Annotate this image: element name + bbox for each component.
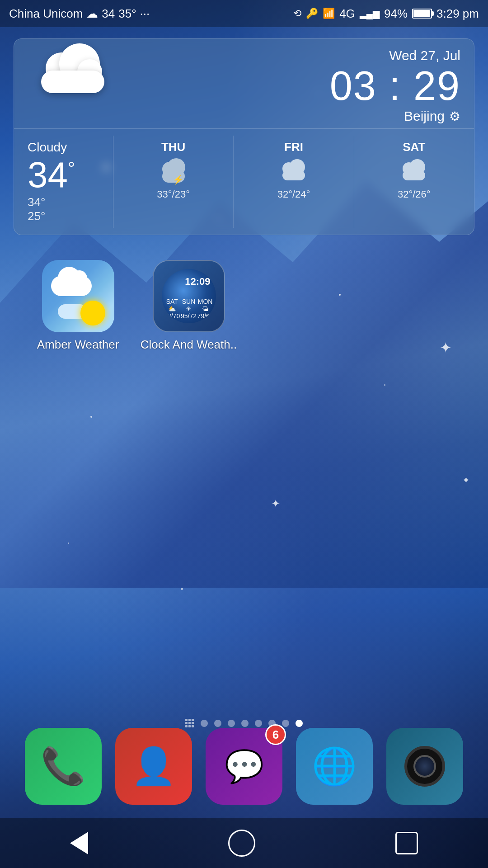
today-low: 25°: [28, 209, 99, 223]
thu-label: THU: [161, 140, 185, 154]
browser-icon: 🌐: [312, 745, 357, 788]
contacts-icon: 👤: [131, 745, 176, 788]
carrier-name: China Unicom: [9, 7, 83, 21]
back-button[interactable]: [52, 825, 106, 861]
amber-sun: [80, 301, 105, 326]
forecast-days: THU ⚡ 33°/23° FRI: [113, 136, 474, 228]
today-temp-value: 34: [28, 155, 68, 195]
widget-datetime: Wed 27, Jul 03 : 29 Beijing ⚙: [330, 48, 460, 124]
app-item-clock-weather[interactable]: 12:09 SAT⛅88/70 SUN☀95/72 MON🌤79/68 Cloc…: [138, 260, 239, 352]
dock-item-messages[interactable]: 💬 6: [206, 728, 282, 805]
messages-badge: 6: [265, 724, 286, 745]
status-bar: China Unicom ☁ 34 35° ··· ⟲ 🔑 📶 4G ▂▄▆ 9…: [0, 0, 488, 27]
widget-top: Wed 27, Jul 03 : 29 Beijing ⚙: [14, 39, 474, 128]
camera-app-icon[interactable]: [386, 728, 463, 805]
widget-city: Beijing ⚙: [330, 108, 460, 124]
dock-item-camera[interactable]: [386, 728, 463, 805]
dock: 📞 👤 💬 6 🌐: [0, 719, 488, 814]
browser-app-icon[interactable]: 🌐: [296, 728, 373, 805]
clock: 3:29 pm: [436, 7, 479, 21]
fri-weather-icon: [280, 158, 307, 185]
cw-day-mon: MON🌤79/68: [197, 298, 213, 320]
star-decoration: ✦: [271, 497, 280, 510]
status-right: ⟲ 🔑 📶 4G ▂▄▆ 94% 3:29 pm: [293, 7, 479, 21]
battery-icon-container: [412, 9, 432, 19]
camera-lens: [404, 746, 445, 787]
phone-icon: 📞: [41, 745, 86, 788]
forecast-day-fri: FRI 32°/24°: [234, 136, 354, 228]
sat-temps: 32°/26°: [398, 189, 431, 200]
simple-cloud-icon-sat: [400, 162, 427, 180]
clock-weather-forecast-row: SAT⛅88/70 SUN☀95/72 MON🌤79/68: [162, 298, 216, 320]
temp-next: 35°: [118, 7, 136, 21]
today-high: 34°: [28, 195, 99, 209]
dock-item-phone[interactable]: 📞: [25, 728, 102, 805]
rotate-icon: ⟲: [293, 8, 301, 19]
thu-temps: 33°/23°: [157, 189, 190, 200]
lightning-icon: ⚡: [173, 174, 184, 185]
wifi-icon: 📶: [323, 8, 335, 19]
dock-item-browser[interactable]: 🌐: [296, 728, 373, 805]
widget-cloud-illustration: [28, 48, 118, 102]
clock-weather-app-icon[interactable]: 12:09 SAT⛅88/70 SUN☀95/72 MON🌤79/68: [153, 260, 225, 332]
settings-gear-icon[interactable]: ⚙: [449, 109, 460, 124]
messages-icon: 💬: [225, 748, 264, 785]
4g-label: 4G: [339, 7, 355, 21]
weather-widget[interactable]: Wed 27, Jul 03 : 29 Beijing ⚙ Cloudy 34°…: [14, 38, 474, 235]
today-temps-range: 34° 25°: [28, 195, 99, 223]
today-weather: Cloudy 34° 34° 25°: [14, 136, 113, 228]
star-dot: [181, 588, 183, 590]
app-item-amber-weather[interactable]: Amber Weather: [27, 260, 129, 352]
thu-weather-icon: ⚡: [160, 158, 187, 185]
star-dot: [90, 416, 92, 418]
clock-weather-globe: 12:09 SAT⛅88/70 SUN☀95/72 MON🌤79/68: [162, 269, 216, 323]
battery-percent: 94%: [384, 7, 408, 21]
cloud-body: [41, 71, 104, 93]
thunder-cloud-icon: ⚡: [160, 160, 187, 183]
widget-bottom: Cloudy 34° 34° 25° THU: [14, 128, 474, 235]
amber-cloud-big: [51, 276, 92, 296]
cw-day-sun: SUN☀95/72: [181, 298, 197, 320]
cw-day-sat: SAT⛅88/70: [164, 298, 180, 320]
sat-label: SAT: [403, 140, 425, 154]
nav-bar: [0, 818, 488, 868]
city-name: Beijing: [404, 108, 445, 124]
today-degree-symbol: °: [68, 158, 75, 178]
widget-time: 03 : 29: [330, 66, 460, 106]
today-condition: Cloudy: [28, 140, 99, 155]
amber-weather-app-icon[interactable]: [42, 260, 114, 332]
dock-item-contacts[interactable]: 👤: [115, 728, 192, 805]
fri-label: FRI: [284, 140, 303, 154]
signal-bars: ▂▄▆: [360, 8, 380, 19]
star-decoration: ✦: [462, 475, 470, 486]
contacts-app-icon[interactable]: 👤: [115, 728, 192, 805]
battery-icon: [412, 9, 432, 19]
recents-square-icon: [395, 832, 418, 854]
star-dot: [68, 542, 69, 544]
weather-status-icon: ☁: [86, 7, 98, 21]
amber-weather-label: Amber Weather: [37, 338, 119, 352]
today-temp-main: 34°: [28, 157, 75, 193]
fri-temps: 32°/24°: [277, 189, 310, 200]
star-dot: [384, 384, 385, 386]
clock-weather-label: Clock And Weath..: [141, 338, 237, 352]
status-left: China Unicom ☁ 34 35° ···: [9, 7, 150, 21]
apps-grid: Amber Weather 12:09 SAT⛅88/70 SUN☀95/72 …: [0, 246, 488, 365]
forecast-day-sat: SAT 32°/26°: [354, 136, 474, 228]
phone-app-icon[interactable]: 📞: [25, 728, 102, 805]
clock-weather-time: 12:09: [185, 276, 210, 288]
battery-fill: [413, 10, 430, 17]
dots-menu: ···: [140, 7, 150, 21]
home-button[interactable]: [210, 823, 273, 863]
home-circle-icon: [228, 830, 255, 857]
temp-current: 34: [102, 7, 115, 21]
cloud-shape: [37, 57, 109, 93]
widget-date: Wed 27, Jul: [330, 48, 460, 63]
key-icon: 🔑: [306, 8, 318, 19]
recents-button[interactable]: [377, 825, 436, 861]
forecast-day-thu: THU ⚡ 33°/23°: [113, 136, 234, 228]
back-arrow-icon: [70, 832, 88, 854]
sat-weather-icon: [400, 158, 427, 185]
simple-cloud-icon-fri: [280, 162, 307, 180]
wave-overlay: [0, 181, 488, 588]
